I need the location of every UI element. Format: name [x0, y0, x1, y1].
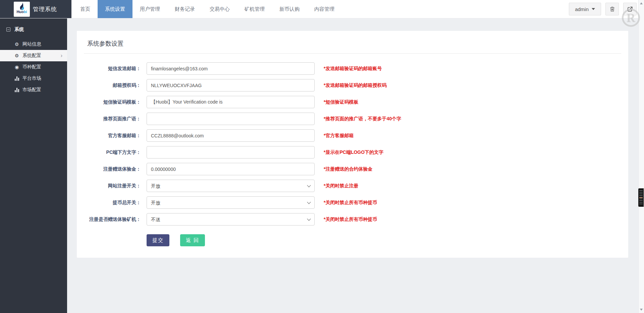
sidebar-item-1[interactable]: ⚙系统配置› [0, 50, 67, 61]
field-input-2[interactable] [147, 96, 315, 108]
target-icon: ◉ [14, 64, 19, 70]
field-hint: *关闭时禁止所有币种提币 [324, 216, 377, 223]
page-scrollbar[interactable] [638, 0, 644, 313]
sidebar-section-label: 系统 [14, 26, 24, 33]
nav-item-1[interactable]: 系统设置 [98, 0, 132, 18]
form-row-6: 注册赠送体验金：*注册赠送的合约体验金 [77, 163, 628, 175]
settings-card: 系统参数设置 短信发送邮箱：*发送邮箱验证码的邮箱账号邮箱授权码：*发送邮箱验证… [77, 31, 628, 258]
form-row-9: 注册是否赠送体验矿机：不送*关闭时禁止所有币种提币 [77, 213, 628, 226]
navbar-right: admin [569, 0, 644, 18]
field-hint: *显示在PC端LOGO下的文字 [324, 149, 383, 155]
main-content: 系统参数设置 短信发送邮箱：*发送邮箱验证码的邮箱账号邮箱授权码：*发送邮箱验证… [67, 18, 644, 313]
field-input-1[interactable] [147, 79, 315, 91]
field-label: 注册赠送体验金： [77, 166, 141, 172]
field-input-6[interactable] [147, 163, 315, 175]
nav-item-7[interactable]: 内容管理 [307, 0, 342, 18]
nav-item-3[interactable]: 财务记录 [167, 0, 202, 18]
page-layout: 系统 ⚙网站信息⚙系统配置›◉币种配置平台市场市场配置 系统参数设置 短信发送邮… [0, 18, 644, 313]
trash-icon [609, 6, 615, 12]
sidebar-item-label: 网站信息 [22, 41, 41, 47]
field-control-wrap [147, 62, 315, 75]
chevron-down-icon [592, 8, 595, 10]
page-title: 系统参数设置 [87, 40, 618, 48]
field-control-wrap [147, 96, 315, 108]
field-input-5[interactable] [147, 146, 315, 159]
field-control-wrap: 不送 [147, 213, 315, 226]
logout-button[interactable] [623, 3, 637, 15]
gear-icon: ⚙ [14, 53, 19, 58]
card-header: 系统参数设置 [84, 31, 621, 54]
back-button[interactable]: 返 回 [180, 234, 205, 246]
sidebar-item-3[interactable]: 平台市场 [0, 73, 67, 84]
field-label: 短信验证码模板： [77, 99, 141, 105]
bar-chart-icon [14, 88, 19, 92]
sidebar-item-label: 平台市场 [22, 75, 41, 81]
field-control-wrap: 开放 [147, 196, 315, 209]
field-hint: *发送邮箱验证码的邮箱账号 [324, 66, 382, 72]
field-input-3[interactable] [147, 113, 315, 125]
field-select-8[interactable]: 开放 [147, 196, 315, 209]
gear-icon: ⚙ [14, 42, 19, 47]
field-hint: *关闭时禁止所有币种提币 [324, 200, 377, 206]
sidebar-item-0[interactable]: ⚙网站信息 [0, 39, 67, 50]
sidebar-item-2[interactable]: ◉币种配置 [0, 61, 67, 73]
field-control-wrap: 开放 [147, 180, 315, 192]
sidebar-menu: ⚙网站信息⚙系统配置›◉币种配置平台市场市场配置 [0, 39, 67, 96]
field-hint: *官方客服邮箱 [324, 133, 354, 139]
flame-icon [18, 2, 25, 10]
field-hint: *推荐页面的推广语，不要多于40个字 [324, 116, 401, 122]
sidebar-item-4[interactable]: 市场配置 [0, 84, 67, 96]
bar-chart-icon [14, 76, 19, 81]
form-row-1: 邮箱授权码：*发送邮箱验证码的邮箱授权码 [77, 79, 628, 91]
scroll-up-icon[interactable] [640, 2, 643, 4]
user-name: admin [575, 6, 589, 12]
field-input-0[interactable] [147, 62, 315, 75]
sidebar-item-label: 系统配置 [22, 53, 41, 59]
huobi-logo: Huobi [14, 2, 30, 17]
nav-item-4[interactable]: 交易中心 [202, 0, 237, 18]
nav-item-6[interactable]: 新币认购 [272, 0, 307, 18]
nav-item-0[interactable]: 首页 [73, 0, 98, 18]
settings-form: 短信发送邮箱：*发送邮箱验证码的邮箱账号邮箱授权码：*发送邮箱验证码的邮箱授权码… [77, 54, 628, 226]
form-row-7: 网站注册开关：开放*关闭时禁止注册 [77, 180, 628, 192]
nav-items: 首页系统设置用户管理财务记录交易中心矿机管理新币认购内容管理 [73, 0, 342, 18]
field-select-9[interactable]: 不送 [147, 213, 315, 226]
trash-button[interactable] [605, 3, 619, 15]
form-row-5: PC端下方文字：*显示在PC端LOGO下的文字 [77, 146, 628, 159]
sidebar-section-system[interactable]: 系统 [0, 26, 67, 39]
sidebar-item-label: 市场配置 [22, 87, 41, 93]
field-select-7[interactable]: 开放 [147, 180, 315, 192]
collapse-icon [6, 27, 10, 32]
sidebar-item-label: 币种配置 [22, 64, 41, 70]
scroll-down-icon[interactable] [640, 309, 643, 311]
field-label: 网站注册开关： [77, 183, 141, 189]
field-hint: *注册赠送的合约体验金 [324, 166, 372, 172]
form-row-8: 提币总开关：开放*关闭时禁止所有币种提币 [77, 196, 628, 209]
chevron-right-icon: › [61, 53, 62, 58]
top-navbar: Huobi 管理系统 首页系统设置用户管理财务记录交易中心矿机管理新币认购内容管… [0, 0, 644, 18]
field-label: 邮箱授权码： [77, 82, 141, 88]
logo-wordmark: Huobi [16, 10, 27, 14]
field-label: 提币总开关： [77, 200, 141, 206]
field-control-wrap [147, 113, 315, 125]
brand: Huobi 管理系统 [0, 0, 71, 18]
field-hint: *短信验证码模板 [324, 99, 358, 105]
logout-icon [627, 6, 633, 12]
field-label: 注册是否赠送体验矿机： [77, 216, 141, 223]
field-input-4[interactable] [147, 129, 315, 142]
field-hint: *发送邮箱验证码的邮箱授权码 [324, 82, 386, 88]
nav-item-2[interactable]: 用户管理 [132, 0, 167, 18]
form-row-0: 短信发送邮箱：*发送邮箱验证码的邮箱账号 [77, 62, 628, 75]
button-row: 提交 返 回 [147, 234, 628, 258]
app-title: 管理系统 [33, 5, 57, 13]
field-hint: *关闭时禁止注册 [324, 183, 358, 189]
field-label: PC端下方文字： [77, 149, 141, 155]
nav-item-5[interactable]: 矿机管理 [237, 0, 272, 18]
form-row-4: 官方客服邮箱：*官方客服邮箱 [77, 129, 628, 142]
user-dropdown-button[interactable]: admin [569, 3, 601, 15]
submit-button[interactable]: 提交 [147, 234, 169, 246]
field-control-wrap [147, 146, 315, 159]
form-row-2: 短信验证码模板：*短信验证码模板 [77, 96, 628, 108]
field-control-wrap [147, 129, 315, 142]
side-widget[interactable] [638, 188, 644, 207]
